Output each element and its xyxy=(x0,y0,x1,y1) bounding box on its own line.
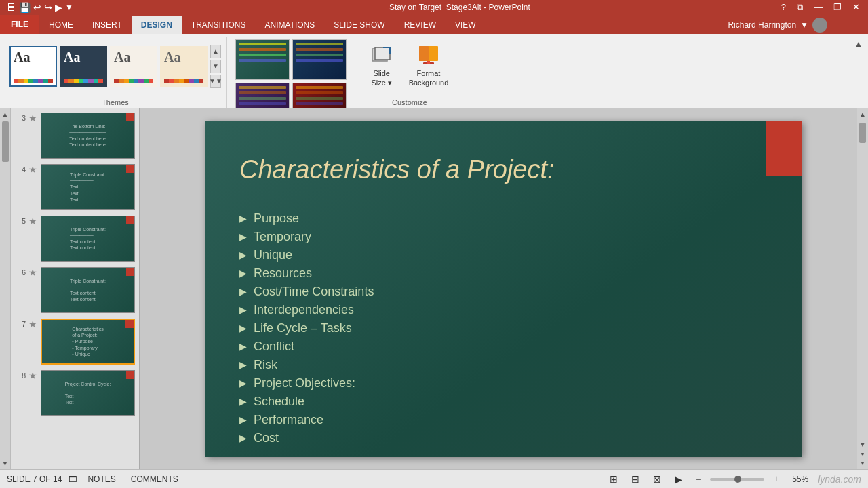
theme-1[interactable]: Aa xyxy=(9,46,57,87)
canvas-scroll-thumb[interactable] xyxy=(859,123,866,143)
theme-scroll-up[interactable]: ▲ xyxy=(210,45,221,58)
undo-quick-btn[interactable]: ↩ xyxy=(33,2,41,13)
notes-btn[interactable]: NOTES xyxy=(83,473,119,485)
theme-2[interactable]: Aa xyxy=(60,46,107,87)
bullet-arrow-5: ▶ xyxy=(239,286,247,297)
slide-item-7[interactable]: 7 ★ Characteristicsof a Project:• Purpos… xyxy=(14,317,136,366)
bullet-arrow-12: ▶ xyxy=(239,414,247,425)
zoom-level[interactable]: 55% xyxy=(788,473,812,485)
canvas-scroll-pagedown[interactable]: ▼ xyxy=(859,459,867,468)
theme-scroll-down[interactable]: ▼ xyxy=(210,60,221,73)
tab-review[interactable]: REVIEW xyxy=(395,16,446,34)
bullet-resources: ▶ Resources xyxy=(239,264,768,283)
slide-thumb-7[interactable]: Characteristicsof a Project:• Purpose• T… xyxy=(41,319,135,365)
format-background-button[interactable]: FormatBackground xyxy=(405,42,453,89)
slide-star-8: ★ xyxy=(28,370,38,381)
help-btn[interactable]: ? xyxy=(778,2,789,13)
bullet-text-11: Schedule xyxy=(254,394,304,409)
slide-panel-container: ▲ ▼ 3 ★ The Bottom Line:───────────Text … xyxy=(0,108,140,469)
ribbon-collapse-btn[interactable]: ▲ xyxy=(853,39,864,49)
theme-scroll-more[interactable]: ▼▼ xyxy=(210,75,221,88)
slide-item-5[interactable]: 5 ★ Triple Constraint:───────Text conten… xyxy=(14,214,136,263)
bullet-arrow-3: ▶ xyxy=(239,249,247,260)
tab-view[interactable]: VIEW xyxy=(446,16,486,34)
theme-4[interactable]: Aa xyxy=(160,46,208,87)
slide-num-4: 4 xyxy=(15,165,26,174)
variant-2[interactable] xyxy=(292,39,347,80)
more-quick-btn[interactable]: ▼ xyxy=(65,3,73,12)
slide-canvas[interactable]: Characteristics of a Project: ▶ Purpose … xyxy=(205,121,802,457)
status-left: SLIDE 7 OF 14 🗖 NOTES COMMENTS xyxy=(7,473,182,485)
theme-1-colors xyxy=(14,79,53,83)
tab-file[interactable]: FILE xyxy=(0,15,39,34)
bullet-schedule: ▶ Schedule xyxy=(239,392,768,411)
minimize-btn[interactable]: — xyxy=(811,2,825,13)
themes-content: Aa Aa xyxy=(9,37,221,96)
theme-1-text: Aa xyxy=(14,50,53,64)
bullet-text-10: Project Objectives: xyxy=(254,376,355,390)
comments-btn[interactable]: COMMENTS xyxy=(127,473,182,485)
canvas-scroll-more[interactable]: ▼ xyxy=(859,450,867,459)
slide-item-6[interactable]: 6 ★ Triple Constraint:───────Text conten… xyxy=(14,266,136,314)
panel-scroll-down[interactable]: ▼ xyxy=(0,458,10,469)
user-chevron[interactable]: ▼ xyxy=(800,20,808,30)
slide-panel: 3 ★ The Bottom Line:───────────Text cont… xyxy=(11,108,140,469)
restore-down-btn[interactable]: ⧉ xyxy=(794,2,806,13)
bullet-project-objectives: ▶ Project Objectives: xyxy=(239,374,768,392)
bullet-cost: ▶ Cost xyxy=(239,429,768,447)
bullet-performance: ▶ Performance xyxy=(239,411,768,429)
slide-thumb-4[interactable]: Triple Constraint:───────TextTextText xyxy=(41,164,135,210)
slide-num-7: 7 xyxy=(15,320,26,328)
title-bar: 🖥 💾 ↩ ↪ ▶ ▼ Stay on Target_Stage3Alt - P… xyxy=(0,0,868,15)
tab-animations[interactable]: ANIMATIONS xyxy=(255,16,324,34)
slide-star-4: ★ xyxy=(28,164,38,175)
window-controls: ? ⧉ — ❐ ✕ xyxy=(778,2,863,13)
slide-star-3: ★ xyxy=(28,113,38,123)
tab-transitions[interactable]: TRANSITIONS xyxy=(182,16,256,34)
tab-insert[interactable]: INSERT xyxy=(83,16,132,34)
slide-item-8[interactable]: 8 ★ Project Control Cycle:───────TextTex… xyxy=(14,369,136,418)
slide-item-4[interactable]: 4 ★ Triple Constraint:───────TextTextTex… xyxy=(14,163,136,211)
slide-thumb-5[interactable]: Triple Constraint:───────Text contentTex… xyxy=(41,216,135,262)
save-quick-btn[interactable]: 💾 xyxy=(19,2,31,13)
theme-3-colors xyxy=(114,79,153,83)
bullet-arrow-2: ▶ xyxy=(239,231,247,242)
tab-slideshow[interactable]: SLIDE SHOW xyxy=(324,16,394,34)
bullet-risk: ▶ Risk xyxy=(239,356,768,374)
bullet-arrow-6: ▶ xyxy=(239,304,247,315)
zoom-in-btn[interactable]: + xyxy=(770,473,783,485)
slide-thumb-8[interactable]: Project Control Cycle:───────TextText xyxy=(41,370,135,416)
bullet-arrow-13: ▶ xyxy=(239,432,247,443)
close-btn[interactable]: ✕ xyxy=(850,2,863,13)
window-title: Stay on Target_Stage3Alt - PowerPoint xyxy=(141,3,778,12)
bullet-interdependencies: ▶ Interdependencies xyxy=(239,301,768,319)
slide-thumb-6[interactable]: Triple Constraint:───────Text contentTex… xyxy=(41,267,135,313)
tab-home[interactable]: HOME xyxy=(39,16,83,34)
slide-sorter-btn[interactable]: ⊟ xyxy=(627,472,644,486)
bullet-text-13: Cost xyxy=(254,431,279,445)
theme-3[interactable]: Aa xyxy=(110,46,157,87)
bullet-lifecycle: ▶ Life Cycle – Tasks xyxy=(239,319,768,338)
canvas-scroll-up[interactable]: ▲ xyxy=(857,108,868,120)
redo-quick-btn[interactable]: ↪ xyxy=(44,2,52,13)
tab-design[interactable]: DESIGN xyxy=(132,16,182,34)
reading-view-btn[interactable]: ⊠ xyxy=(649,472,665,486)
maximize-btn[interactable]: ❐ xyxy=(831,2,844,13)
slide-item-3[interactable]: 3 ★ The Bottom Line:───────────Text cont… xyxy=(14,111,136,160)
normal-view-btn[interactable]: ⊞ xyxy=(606,472,622,486)
user-area: Richard Harrington ▼ xyxy=(728,18,868,34)
slideshow-btn[interactable]: ▶ xyxy=(671,472,686,486)
zoom-slider[interactable] xyxy=(710,478,764,481)
status-bar: SLIDE 7 OF 14 🗖 NOTES COMMENTS ⊞ ⊟ ⊠ ▶ −… xyxy=(0,469,868,488)
variant-1[interactable] xyxy=(235,39,290,80)
format-background-label: FormatBackground xyxy=(409,69,449,87)
slide-info: SLIDE 7 OF 14 xyxy=(7,474,62,484)
slide-size-button[interactable]: SlideSize ▾ xyxy=(367,42,397,89)
present-quick-btn[interactable]: ▶ xyxy=(55,2,62,13)
slide-thumb-3[interactable]: The Bottom Line:───────────Text content … xyxy=(41,113,135,159)
canvas-scroll-down[interactable]: ▼ xyxy=(857,439,868,450)
panel-scroll-thumb[interactable] xyxy=(2,121,9,162)
zoom-out-btn[interactable]: − xyxy=(692,473,705,485)
panel-scroll-up[interactable]: ▲ xyxy=(0,108,10,120)
theme-4-colors xyxy=(164,79,203,83)
